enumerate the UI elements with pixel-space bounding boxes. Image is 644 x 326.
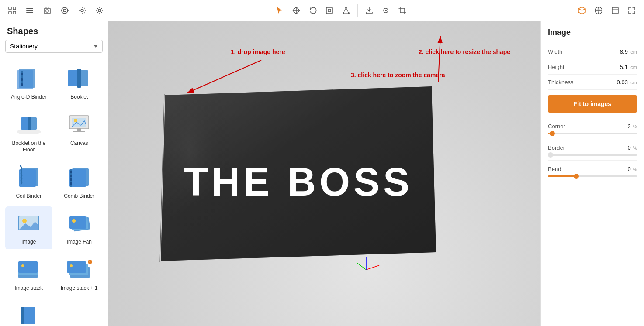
category-select-wrap: Stationery Office Boxes Bags bbox=[0, 40, 108, 58]
shape-image-stack[interactable]: Image stack bbox=[5, 253, 52, 295]
height-value: 5.1 bbox=[620, 64, 628, 70]
border-slider-header: Border 0 % bbox=[548, 144, 637, 151]
import-tool[interactable] bbox=[362, 3, 376, 17]
crop-tool[interactable] bbox=[395, 3, 409, 17]
svg-rect-65 bbox=[18, 261, 38, 273]
svg-point-34 bbox=[21, 83, 23, 86]
svg-rect-35 bbox=[68, 70, 78, 86]
toolbar-left bbox=[5, 3, 107, 17]
grid-icon[interactable] bbox=[5, 3, 19, 17]
thickness-row: Thickness 0.03 cm bbox=[548, 75, 637, 90]
globe-icon[interactable] bbox=[592, 3, 606, 17]
svg-rect-55 bbox=[70, 182, 72, 185]
shape-booklet[interactable]: Booklet bbox=[56, 62, 103, 104]
camera-icon[interactable] bbox=[40, 3, 54, 17]
shape-booklet-floor[interactable]: Booklet on the Floor bbox=[5, 108, 52, 157]
image-stack-1-label: Image stack + 1 bbox=[61, 285, 98, 292]
image-stack-label: Image stack bbox=[14, 285, 43, 292]
view-tool[interactable] bbox=[379, 3, 393, 17]
svg-rect-2 bbox=[9, 11, 11, 14]
sun-icon[interactable] bbox=[93, 3, 107, 17]
app-icon[interactable] bbox=[23, 3, 37, 17]
corner-slider-track[interactable] bbox=[548, 133, 637, 134]
svg-point-58 bbox=[22, 219, 27, 223]
layers-icon[interactable] bbox=[608, 3, 622, 17]
svg-point-14 bbox=[81, 9, 83, 12]
toolbar-center bbox=[108, 3, 573, 17]
svg-rect-16 bbox=[326, 7, 332, 14]
corner-slider-thumb[interactable] bbox=[550, 131, 555, 136]
bend-value: 0 bbox=[628, 166, 631, 172]
svg-rect-53 bbox=[70, 175, 72, 177]
undo-tool[interactable] bbox=[306, 3, 320, 17]
border-label: Border bbox=[548, 144, 565, 151]
svg-point-8 bbox=[62, 7, 68, 14]
sidebar: Shapes Stationery Office Boxes Bags bbox=[0, 21, 108, 326]
sidebar-title: Shapes bbox=[0, 21, 108, 40]
svg-point-70 bbox=[70, 264, 73, 267]
shape-image-fan[interactable]: Image Fan bbox=[56, 206, 103, 249]
image-stack-1-icon: 1 bbox=[64, 256, 94, 282]
annotation-zoom: 3. click here to zoom the camera bbox=[351, 71, 445, 79]
svg-point-9 bbox=[63, 9, 66, 12]
svg-rect-27 bbox=[612, 7, 618, 14]
shape-image-stack-1[interactable]: 1 Image stack + 1 bbox=[56, 253, 103, 295]
corner-value: 2 bbox=[628, 123, 631, 130]
canvas-label: Canvas bbox=[70, 140, 88, 147]
svg-rect-3 bbox=[13, 11, 16, 14]
border-slider-thumb[interactable] bbox=[548, 152, 553, 158]
frame-tool[interactable] bbox=[322, 3, 336, 17]
cursor-tool[interactable] bbox=[273, 3, 287, 17]
height-row: Height 5.1 cm bbox=[548, 59, 637, 75]
svg-point-33 bbox=[21, 78, 23, 81]
width-row: Width 8.9 cm bbox=[548, 44, 637, 59]
nodes-tool[interactable] bbox=[339, 3, 353, 17]
svg-rect-74 bbox=[21, 307, 24, 324]
3d-image-svg: THE BOSS bbox=[152, 78, 440, 296]
height-unit: cm bbox=[630, 65, 637, 70]
svg-rect-4 bbox=[26, 8, 33, 9]
svg-point-15 bbox=[98, 9, 101, 12]
svg-text:1: 1 bbox=[89, 260, 91, 264]
shape-image[interactable]: Image bbox=[5, 206, 52, 249]
shape-canvas[interactable]: Canvas bbox=[56, 108, 103, 157]
panel-title: Image bbox=[548, 28, 637, 37]
bend-slider-thumb[interactable] bbox=[574, 174, 579, 179]
shape-single-book[interactable] bbox=[5, 299, 52, 326]
target-icon[interactable] bbox=[58, 3, 72, 17]
border-value: 0 bbox=[628, 144, 631, 151]
angle-d-binder-icon bbox=[14, 65, 44, 91]
svg-line-80 bbox=[366, 265, 379, 270]
cube-icon[interactable] bbox=[575, 3, 589, 17]
single-book-icon bbox=[14, 302, 44, 326]
svg-rect-1 bbox=[13, 7, 16, 10]
svg-rect-69 bbox=[67, 261, 86, 273]
canvas-area[interactable]: THE BOSS 1. drop image here bbox=[108, 21, 540, 326]
svg-rect-54 bbox=[70, 178, 72, 181]
settings-icon[interactable] bbox=[75, 3, 89, 17]
bend-slider-fill bbox=[548, 175, 575, 177]
canvas-icon bbox=[64, 111, 94, 137]
move-tool[interactable] bbox=[289, 3, 303, 17]
booklet-floor-label: Booklet on the Floor bbox=[7, 140, 51, 154]
corner-label: Corner bbox=[548, 123, 565, 130]
bend-slider-row: Bend 0 % bbox=[548, 161, 637, 182]
bend-slider-track[interactable] bbox=[548, 175, 637, 177]
shape-angle-d-binder[interactable]: Angle-D Binder bbox=[5, 62, 52, 104]
svg-point-62 bbox=[72, 219, 76, 223]
height-label: Height bbox=[548, 64, 564, 70]
shape-comb-binder[interactable]: Comb Binder bbox=[56, 161, 103, 203]
width-value: 8.9 bbox=[620, 48, 628, 55]
image-shape-label: Image bbox=[21, 239, 36, 246]
image-fan-label: Image Fan bbox=[67, 239, 92, 246]
fit-to-images-button[interactable]: Fit to images bbox=[548, 95, 637, 113]
svg-line-21 bbox=[343, 8, 346, 13]
expand-icon[interactable] bbox=[625, 3, 639, 17]
border-slider-track[interactable] bbox=[548, 154, 637, 156]
annotation-drop-image: 1. drop image here bbox=[231, 48, 285, 56]
toolbar bbox=[0, 0, 644, 21]
border-unit: % bbox=[633, 145, 637, 151]
shape-coil-binder[interactable]: Coil Binder bbox=[5, 161, 52, 203]
category-select[interactable]: Stationery Office Boxes Bags bbox=[5, 40, 103, 53]
bend-unit: % bbox=[633, 167, 637, 172]
